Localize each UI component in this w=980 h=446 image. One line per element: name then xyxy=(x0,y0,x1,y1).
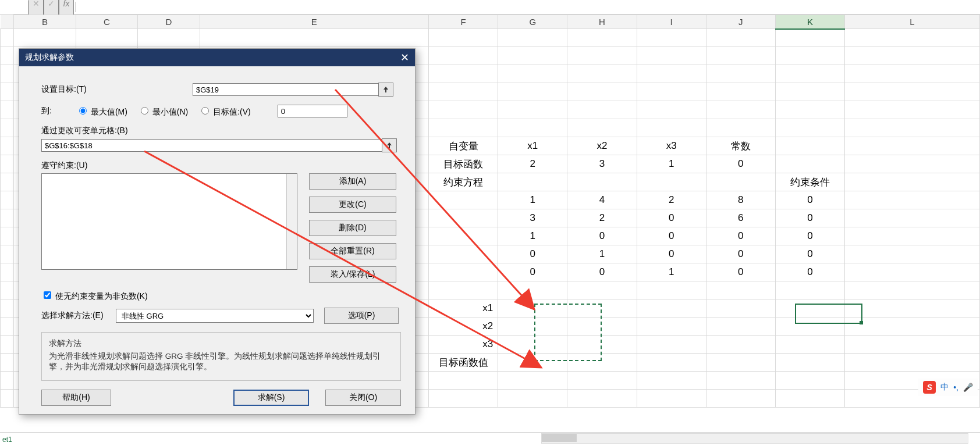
cell[interactable]: 3 xyxy=(498,209,567,227)
cell[interactable]: 6 xyxy=(706,209,775,227)
cell[interactable]: 0 xyxy=(498,263,567,281)
sheet-tab-strip[interactable]: et1 xyxy=(0,432,980,446)
col-header[interactable]: C xyxy=(76,15,137,29)
cell[interactable]: 0 xyxy=(637,227,706,245)
cell[interactable]: x3 xyxy=(429,336,498,354)
to-label: 到: xyxy=(41,106,76,116)
col-header[interactable]: I xyxy=(637,15,706,29)
range-picker-icon[interactable] xyxy=(382,138,397,152)
cell[interactable]: 2 xyxy=(567,209,637,227)
options-button[interactable]: 选项(P) xyxy=(324,308,399,324)
cell[interactable]: 4 xyxy=(567,191,637,209)
cell[interactable]: x3 xyxy=(637,137,706,155)
name-box[interactable] xyxy=(0,1,29,14)
cell[interactable]: 8 xyxy=(706,191,775,209)
sogou-logo-icon[interactable]: S xyxy=(923,381,936,394)
min-radio[interactable]: 最小值(N) xyxy=(138,105,188,117)
cell[interactable]: x2 xyxy=(429,317,498,336)
constraints-label: 遵守约束:(U) xyxy=(41,160,401,171)
cell[interactable]: 0 xyxy=(775,263,844,281)
cell[interactable]: 0 xyxy=(775,209,844,227)
helpbox-title: 求解方法 xyxy=(49,338,393,349)
range-picker-icon[interactable] xyxy=(378,83,393,97)
cell[interactable]: 0 xyxy=(706,245,775,263)
microphone-icon[interactable]: 🎤 xyxy=(963,383,973,392)
cell[interactable]: 自变量 xyxy=(429,137,498,155)
solver-parameters-dialog: 规划求解参数 ✕ 设置目标:(T) 到: 最大值(M) 最小值(N) 目标值:(… xyxy=(19,48,416,415)
col-header[interactable]: B xyxy=(14,15,76,29)
delete-button[interactable]: 删除(D) xyxy=(309,220,396,236)
cell[interactable]: 2 xyxy=(637,191,706,209)
cell[interactable]: 0 xyxy=(567,227,637,245)
constraints-listbox[interactable] xyxy=(41,173,297,270)
method-select[interactable]: 非线性 GRG xyxy=(116,309,314,323)
nonneg-checkbox[interactable]: 使无约束变量为非负数(K) xyxy=(41,291,148,301)
col-header-active[interactable]: K xyxy=(775,15,844,29)
help-button[interactable]: 帮助(H) xyxy=(41,390,111,406)
solve-button[interactable]: 求解(S) xyxy=(233,390,309,406)
cell[interactable]: x2 xyxy=(567,137,637,155)
max-radio[interactable]: 最大值(M) xyxy=(76,105,127,117)
cell[interactable]: 0 xyxy=(706,263,775,281)
cell[interactable]: 约束条件 xyxy=(775,173,844,191)
col-header[interactable]: G xyxy=(498,15,567,29)
col-header[interactable]: F xyxy=(429,15,498,29)
column-headers[interactable]: B C D E F G H I J K L xyxy=(1,15,980,29)
col-header[interactable]: L xyxy=(844,15,979,29)
dialog-title: 规划求解参数 xyxy=(25,52,74,63)
cell[interactable]: 1 xyxy=(498,227,567,245)
cell[interactable]: 0 xyxy=(637,209,706,227)
method-label: 选择求解方法:(E) xyxy=(41,311,116,321)
valueof-radio[interactable]: 目标值:(V) xyxy=(198,105,250,117)
change-button[interactable]: 更改(C) xyxy=(309,197,396,213)
cell[interactable]: 0 xyxy=(775,191,844,209)
formula-bar: ✕ ✓ fx xyxy=(0,0,980,15)
cell[interactable]: 0 xyxy=(498,245,567,263)
col-header[interactable]: H xyxy=(567,15,637,29)
cell[interactable]: 1 xyxy=(637,263,706,281)
changing-cells-input[interactable] xyxy=(41,139,382,152)
cell[interactable]: 3 xyxy=(567,155,637,173)
cell[interactable]: 0 xyxy=(706,227,775,245)
col-header[interactable]: D xyxy=(138,15,200,29)
cell[interactable]: 0 xyxy=(637,245,706,263)
changing-cells-label: 通过更改可变单元格:(B) xyxy=(41,126,401,136)
fx-icon[interactable]: fx xyxy=(59,0,74,16)
scrollbar[interactable] xyxy=(286,174,297,269)
cell[interactable]: 常数 xyxy=(706,137,775,155)
cell[interactable]: 1 xyxy=(567,245,637,263)
ime-lang[interactable]: 中 xyxy=(940,382,949,393)
ime-punct-icon[interactable]: •, xyxy=(953,383,958,392)
cell[interactable]: 2 xyxy=(498,155,567,173)
horizontal-scrollbar[interactable] xyxy=(541,433,968,444)
load-save-button[interactable]: 装入/保存(L) xyxy=(309,266,396,283)
cell[interactable]: 0 xyxy=(567,263,637,281)
cell[interactable]: 0 xyxy=(706,155,775,173)
cell[interactable]: x1 xyxy=(498,137,567,155)
ime-float-bar[interactable]: S 中 •, 🎤 xyxy=(918,379,978,396)
confirm-icon: ✓ xyxy=(44,0,59,16)
sheet-tab[interactable]: et1 xyxy=(2,436,12,444)
cell[interactable]: 0 xyxy=(775,227,844,245)
cell[interactable]: 目标函数 xyxy=(429,155,498,173)
solving-method-helpbox: 求解方法 为光滑非线性规划求解问题选择 GRG 非线性引擎。为线性规划求解问题选… xyxy=(41,332,401,381)
cell[interactable]: 1 xyxy=(498,191,567,209)
col-header[interactable]: E xyxy=(200,15,429,29)
objective-input[interactable] xyxy=(193,83,379,96)
close-icon[interactable]: ✕ xyxy=(400,52,409,63)
add-button[interactable]: 添加(A) xyxy=(309,173,396,190)
cell[interactable]: 0 xyxy=(775,245,844,263)
scrollbar-thumb[interactable] xyxy=(542,434,577,442)
cell[interactable]: 0 xyxy=(498,354,567,372)
dialog-titlebar[interactable]: 规划求解参数 ✕ xyxy=(19,49,415,66)
cell[interactable]: x1 xyxy=(429,299,498,317)
set-objective-label: 设置目标:(T) xyxy=(41,84,193,95)
cell[interactable]: 约束方程 xyxy=(429,173,498,191)
cell[interactable]: 目标函数值 xyxy=(429,354,498,372)
cancel-icon: ✕ xyxy=(29,0,44,16)
col-header[interactable]: J xyxy=(706,15,775,29)
valueof-input[interactable] xyxy=(278,105,347,117)
close-button[interactable]: 关闭(O) xyxy=(325,390,401,406)
reset-all-button[interactable]: 全部重置(R) xyxy=(309,243,396,259)
cell[interactable]: 1 xyxy=(637,155,706,173)
